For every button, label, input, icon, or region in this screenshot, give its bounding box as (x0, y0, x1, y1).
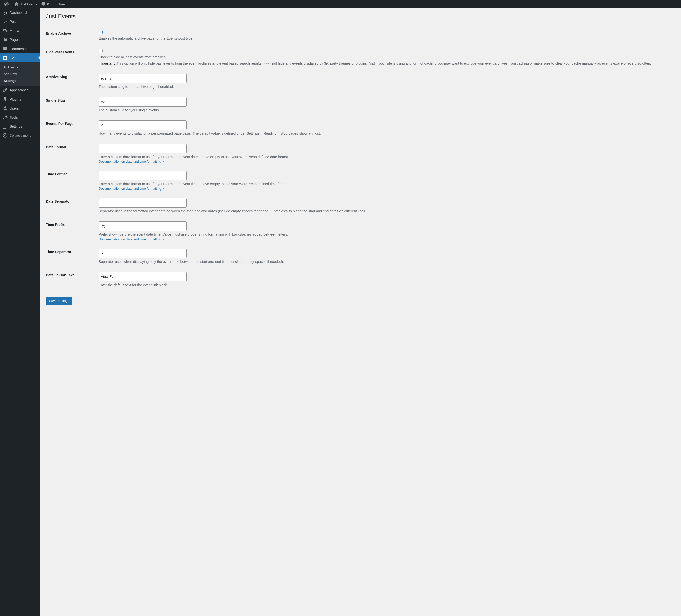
user-icon (2, 106, 7, 111)
field-label-time-format: Time Format (46, 167, 96, 194)
new-content-link[interactable]: New (51, 0, 68, 8)
time-separator-description: Separator used when displaying only the … (99, 259, 669, 264)
doc-link-text: Documentation on date and time formattin… (99, 160, 161, 163)
enable-archive-checkbox[interactable] (99, 30, 103, 34)
admin-sidebar: Dashboard Posts Media Pages Comments Eve… (0, 8, 40, 310)
sidebar-item-pages[interactable]: Pages (0, 35, 40, 44)
sidebar-item-media[interactable]: Media (0, 26, 40, 35)
archive-slug-input[interactable] (99, 74, 186, 83)
submenu-item-add-new[interactable]: Add New (0, 71, 40, 77)
time-prefix-input[interactable] (99, 221, 186, 231)
comments-count: 0 (47, 2, 49, 6)
sidebar-item-plugins[interactable]: Plugins (0, 95, 40, 104)
important-text: : This option will only hide past events… (115, 61, 651, 65)
comments-link[interactable]: 0 (39, 0, 51, 8)
important-label: Important (99, 61, 115, 65)
default-link-text-description: Enter the default text for the event lin… (99, 283, 669, 288)
sidebar-item-appearance[interactable]: Appearance (0, 86, 40, 95)
main-content: Just Events Enable Archive Enables the a… (40, 0, 681, 310)
svg-point-0 (3, 133, 7, 137)
sidebar-item-label: Events (9, 56, 20, 60)
sidebar-item-label: Tools (9, 115, 18, 119)
plugin-icon (2, 97, 7, 102)
hide-past-description: Check to hide all past events from archi… (99, 55, 669, 60)
home-icon (14, 2, 19, 6)
sidebar-item-posts[interactable]: Posts (0, 17, 40, 26)
doc-link-text: Documentation on date and time formattin… (99, 187, 161, 190)
archive-slug-description: The custom slug for the archive page if … (99, 84, 669, 89)
date-format-description: Enter a custom date format to use for yo… (99, 154, 669, 160)
wordpress-icon (4, 2, 8, 6)
hide-past-important: Important: This option will only hide pa… (99, 61, 669, 66)
sidebar-item-label: Comments (9, 47, 27, 51)
time-format-doc-link[interactable]: Documentation on date and time formattin… (99, 187, 165, 190)
time-prefix-doc-link[interactable]: Documentation on date and time formattin… (99, 237, 165, 241)
save-settings-button[interactable]: Save Settings (46, 297, 72, 305)
field-label-hide-past: Hide Past Events (46, 45, 96, 70)
default-link-text-input[interactable] (99, 272, 186, 282)
sidebar-item-label: Dashboard (9, 10, 27, 15)
comments-icon (2, 46, 7, 51)
calendar-icon (2, 55, 7, 60)
dashboard-icon (2, 10, 7, 15)
external-link-icon: ↗ (162, 160, 165, 163)
sidebar-item-label: Pages (9, 38, 20, 42)
date-format-doc-link[interactable]: Documentation on date and time formattin… (99, 160, 165, 163)
site-name-text: Just Events (20, 2, 37, 6)
single-slug-description: The custom slug for your single events. (99, 108, 669, 113)
doc-link-text: Documentation on date and time formattin… (99, 237, 161, 241)
wrench-icon (2, 115, 7, 120)
collapse-icon (2, 133, 7, 138)
events-submenu: All Events Add New Settings (0, 62, 40, 86)
media-icon (2, 28, 7, 33)
field-label-enable-archive: Enable Archive (46, 26, 96, 45)
time-format-input[interactable] (99, 171, 186, 181)
settings-form: Enable Archive Enables the automatic arc… (46, 26, 671, 292)
enable-archive-description: Enables the automatic archive page for t… (99, 36, 669, 41)
sidebar-item-label: Media (9, 29, 19, 33)
brush-icon (2, 88, 7, 93)
plus-icon (53, 2, 57, 6)
single-slug-input[interactable] (99, 97, 186, 107)
sidebar-item-label: Plugins (9, 97, 21, 101)
wp-logo[interactable] (2, 0, 12, 8)
field-label-single-slug: Single Slug (46, 93, 96, 116)
field-label-date-format: Date Format (46, 140, 96, 167)
field-label-archive-slug: Archive Slug (46, 70, 96, 93)
sidebar-item-label: Settings (9, 125, 22, 128)
admin-bar: Just Events 0 New (0, 0, 681, 8)
field-label-time-prefix: Time Prefix (46, 218, 96, 245)
pin-icon (2, 19, 7, 24)
time-separator-input[interactable] (99, 248, 186, 258)
sliders-icon (2, 124, 7, 129)
sidebar-item-settings[interactable]: Settings (0, 122, 40, 131)
time-format-description: Enter a custom date format to use for yo… (99, 182, 669, 187)
field-label-per-page: Events Per Page (46, 116, 96, 140)
hide-past-checkbox[interactable] (99, 49, 103, 53)
submenu-item-settings[interactable]: Settings (0, 77, 40, 84)
field-label-date-separator: Date Separator (46, 194, 96, 218)
site-name-link[interactable]: Just Events (12, 0, 39, 8)
sidebar-item-events[interactable]: Events (0, 53, 40, 62)
submenu-item-all-events[interactable]: All Events (0, 64, 40, 71)
external-link-icon: ↗ (162, 187, 165, 190)
sidebar-item-dashboard[interactable]: Dashboard (0, 8, 40, 17)
per-page-description: How many events to display on a per pagi… (99, 131, 669, 136)
date-separator-description: Separator used in the formatted event da… (99, 209, 669, 214)
external-link-icon: ↗ (162, 238, 165, 241)
sidebar-item-comments[interactable]: Comments (0, 44, 40, 53)
sidebar-item-label: Posts (9, 20, 18, 24)
per-page-input[interactable] (99, 120, 186, 130)
sidebar-item-label: Users (9, 106, 19, 110)
new-label: New (59, 2, 66, 6)
page-title: Just Events (46, 10, 671, 21)
collapse-label: Collapse menu (9, 134, 31, 137)
field-label-time-separator: Time Separator (46, 245, 96, 268)
date-format-input[interactable] (99, 144, 186, 153)
sidebar-item-tools[interactable]: Tools (0, 113, 40, 122)
date-separator-input[interactable] (99, 198, 186, 208)
sidebar-item-label: Appearance (9, 88, 29, 92)
sidebar-item-users[interactable]: Users (0, 104, 40, 113)
collapse-menu[interactable]: Collapse menu (0, 131, 40, 140)
comment-icon (41, 2, 46, 6)
